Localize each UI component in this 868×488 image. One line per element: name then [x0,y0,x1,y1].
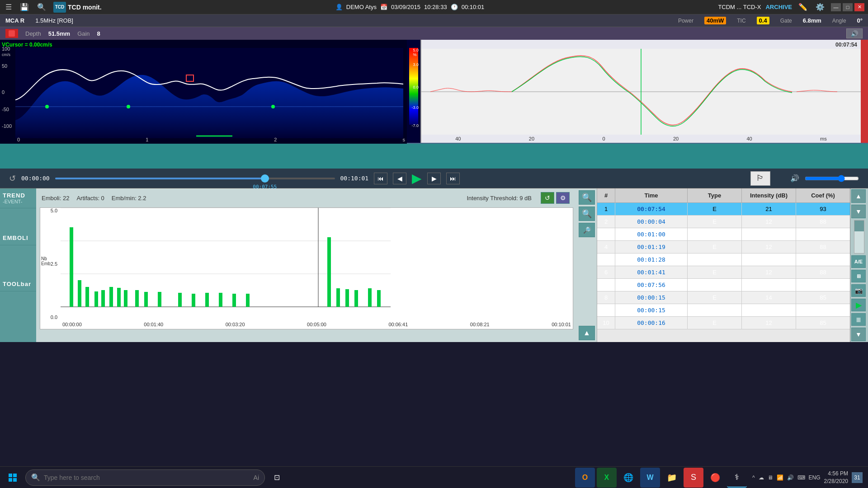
title-bar-center: 👤 DEMO Atys 📅 03/09/2015 10:28:33 🕐 00:1… [107,4,713,10]
start-button[interactable] [2,468,24,488]
row1-coef: 93 [796,203,850,215]
emboli-settings-button[interactable]: ⚙ [556,192,570,204]
search-button[interactable]: 🔍 [35,2,48,12]
skip-forward-button[interactable]: ⏭ [446,173,460,184]
ae-button[interactable]: A/E [851,255,866,268]
playback-slider[interactable]: 00:07:55 [55,174,335,183]
scroll-up-icon-btn[interactable]: ▲ [579,326,595,340]
word-button[interactable]: W [640,468,660,488]
table-row[interactable]: 9 00:00:15 E 15 85 [597,304,850,317]
settings-button[interactable]: ⚙️ [814,2,826,12]
scroll-down-button[interactable]: ▼ [851,205,866,218]
edit-button[interactable]: ✏️ [797,2,809,12]
tic-label: TIC [737,18,745,24]
svg-rect-31 [232,294,236,307]
row3-coef: 88 [796,228,850,240]
scroll-thumb [854,221,864,231]
scale-n7: -7.0 [411,123,419,128]
zoom-in-button[interactable]: 🔍 [579,190,595,205]
minimize-button[interactable]: — [831,3,841,11]
maximize-button[interactable]: □ [843,3,853,11]
taskbar: 🔍 Ai ⊡ O X 🌐 W 📁 S 🔴 ⚕ ^ ☁ 🖥 📶 🔊 ⌨ ENG 4… [0,466,868,488]
table-row[interactable]: 4 00:01:19 E 12 88 [597,241,850,253]
row6-intensity: 12 [742,266,796,278]
emb-per-min: Emb/min: 2.2 [112,195,146,202]
x-label-821: 00:08:21 [470,322,490,327]
svg-rect-40 [13,474,17,477]
chrome-button[interactable]: 🌐 [618,468,638,488]
flag-button[interactable]: 🏳 [750,171,770,186]
app1-button[interactable]: S [684,468,703,488]
table-row[interactable]: 1 00:07:54 E 21 93 [597,203,850,216]
camera-button[interactable]: 📷 [851,284,866,297]
row2-num: 2 [597,216,615,228]
row6-coef: 88 [796,266,850,278]
rx-0: 0 [602,136,605,141]
table-row[interactable]: 2 00:00:04 E 12 88 [597,216,850,228]
volume-slider[interactable] [805,177,859,180]
power-value: 40mW [704,17,726,24]
svg-rect-24 [135,290,139,307]
waveform-x-axis: 0 1 2 s [15,136,407,144]
hamburger-menu-button[interactable]: ☰ [4,2,14,12]
search-input[interactable] [44,474,225,481]
row10-type: E [688,317,742,329]
skip-back-button[interactable]: ⏮ [374,173,387,184]
y-0-label: 0 [2,89,5,95]
table-row[interactable]: 6 00:01:41 E 12 88 [597,266,850,279]
back-button[interactable]: ◀ [393,173,406,184]
grid-button[interactable]: ⊞ [851,270,866,282]
y-label-0: 0.0 [51,314,57,320]
title-bar-right: TCDM ... TCD-X ARCHIVE ✏️ ⚙️ — □ ✕ [718,2,864,12]
taskview-button[interactable]: ⊡ [267,468,287,488]
scroll-track [854,220,864,253]
bottom-area: TREND -EVENT- EMBOLI TOOLbar Emboli: 22 … [0,188,868,342]
playback-thumb[interactable] [261,174,269,183]
table-body: 1 00:07:54 E 21 93 2 00:00:04 E 12 88 3 … [597,203,850,343]
scale-3: 3.0 [413,62,419,67]
row3-num: 3 [597,228,615,240]
close-button[interactable]: ✕ [854,3,864,11]
zoom-out-button[interactable]: 🔍 [579,206,595,221]
table-row[interactable]: 5 00:01:28 E 16 88 [597,253,850,266]
emboli-count: Emboli: 22 [42,195,69,202]
playback-track: 00:07:55 [55,178,335,179]
emboli-refresh-button[interactable]: ↺ [541,192,554,204]
windows-icon [9,474,17,482]
svg-point-5 [271,105,275,108]
zoom-special-button[interactable]: 🔎 [579,223,595,237]
tray-caret-icon: ^ [752,474,755,481]
scale-0: 0.0 [413,85,419,89]
tcd-app-button[interactable]: ⚕ [727,468,747,488]
volume-button[interactable]: 🔊 [790,174,799,183]
emboli-controls: ↺ ⚙ [539,192,571,204]
forward-button[interactable]: ▶ [427,173,441,184]
sound-button[interactable]: 🔊 [846,28,863,38]
power-label: Power [678,18,693,24]
svg-rect-33 [327,237,331,307]
refresh-button[interactable]: ↺ [9,174,16,183]
save-button[interactable]: 💾 [18,2,31,12]
gain-value: 8 [97,30,100,37]
outlook-button[interactable]: O [575,468,595,488]
svg-rect-39 [9,474,12,477]
bottom-down-button[interactable]: ▼ [851,328,866,341]
table-row[interactable]: 7 00:07:56 E 17 88 [597,279,850,291]
row2-intensity: 12 [742,216,796,228]
play-button[interactable]: ▶ [412,171,422,186]
y-label-5: 5.0 [51,208,57,213]
row4-time: 00:01:19 [615,241,688,253]
table-row[interactable]: 3 00:01:00 E 15 88 [597,228,850,241]
table-row[interactable]: 8 00:00:15 E 14 85 [597,291,850,304]
play-right-button[interactable]: ▶ [851,299,866,311]
bars-button[interactable]: ||| [851,313,866,326]
excel-button[interactable]: X [597,468,617,488]
table-row[interactable]: 10 00:00:16 E 12 85 [597,317,850,329]
explorer-button[interactable]: 📁 [662,468,682,488]
app2-button[interactable]: 🔴 [705,468,725,488]
scroll-up-button[interactable]: ▲ [851,189,866,203]
right-waveform-svg [421,49,861,139]
row2-type: E [688,216,742,228]
table-header: # Time Type Intensity (dB) Coef (%) [597,188,850,203]
row8-intensity: 14 [742,291,796,304]
